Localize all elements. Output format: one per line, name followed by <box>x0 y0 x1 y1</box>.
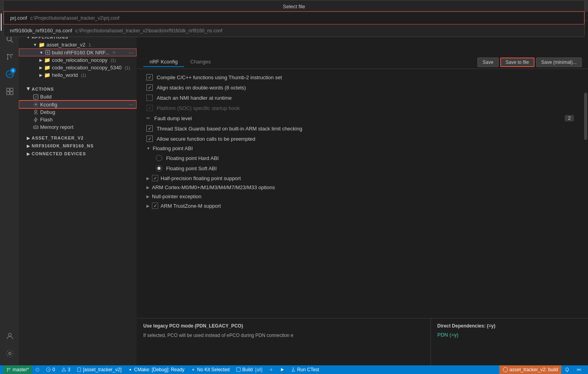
kconfig-item-nmi[interactable]: Attach an NMI handler at runtime <box>137 93 583 103</box>
tree-code-reloc[interactable]: ▶ 📁 code_relocation_nocopy (1) <box>19 56 137 64</box>
scroll-track[interactable] <box>583 69 588 318</box>
activity-extensions[interactable] <box>1 83 18 100</box>
status-bar: master* ✕ 0 3 [asset_tracker_v2] CMake: … <box>0 365 588 374</box>
nrf9160-label: NRF9160DK_NRF9160_NS <box>32 143 94 148</box>
tab-changes[interactable]: Changes <box>184 57 217 67</box>
status-branch[interactable]: master* <box>3 365 32 374</box>
tree-asset-tracker[interactable]: ▼ 📁 asset_tracker_v2 1 <box>19 41 137 48</box>
check-align[interactable]: ✓ <box>146 84 153 91</box>
section-actions[interactable]: ▶ ACTIONS <box>19 85 137 93</box>
build-icon <box>45 50 50 55</box>
section-asset-v2[interactable]: ▶ ASSET_TRACKER_V2 <box>19 134 137 142</box>
chevron-reloc5340: ▶ <box>39 65 43 70</box>
kconfig-item-thumb2[interactable]: ✓ Compile C/C++ functions using Thumb-2 … <box>137 72 583 82</box>
settings-status-icon <box>269 367 274 372</box>
label-null-ptr: Null-pointer exception <box>152 194 202 199</box>
kconfig-item-align[interactable]: ✓ Align stacks on double-words (8 octets… <box>137 82 583 93</box>
svg-rect-17 <box>10 88 13 91</box>
action-debug-label: Debug <box>40 109 55 115</box>
action-flash-label: Flash <box>40 117 53 123</box>
modal-item-prj[interactable]: prj.conf c:\Project\tutorial\asset_track… <box>137 12 584 24</box>
section-connected[interactable]: ▶ CONNECTED DEVICES <box>19 150 137 158</box>
kconfig-item-fp-soft[interactable]: Floating point Soft ABI <box>137 163 583 173</box>
action-flash[interactable]: Flash <box>19 116 137 123</box>
kconfig-item-fp-hard[interactable]: Floating point Hard ABI <box>137 153 583 163</box>
svg-rect-19 <box>10 92 13 95</box>
status-errors[interactable]: ✕ 0 <box>43 365 58 374</box>
status-no-kit[interactable]: No Kit Selected <box>188 365 233 374</box>
kconfig-group-cortex[interactable]: ▶ ARM Cortex-M0/M0+/M1/M3/M4/M7/M23/M33 … <box>137 183 583 192</box>
scroll-thumb[interactable] <box>584 93 587 140</box>
check-trustzone[interactable]: ✓ <box>152 203 158 209</box>
tree-build-item[interactable]: ▼ build nRF9160 DK NRF... ··· <box>19 48 137 56</box>
status-sync[interactable] <box>32 365 43 374</box>
asset-tracker-badge: 1 <box>89 43 91 47</box>
label-secure: Allow secure function calls to be preemp… <box>157 136 574 142</box>
save-btn[interactable]: Save <box>477 58 498 67</box>
tab-nrf-kconfig[interactable]: nRF Kconfig <box>143 57 184 67</box>
check-thread-guard[interactable]: ✓ <box>146 125 153 132</box>
kconfig-list: ✓ Compile C/C++ functions using Thumb-2 … <box>137 69 583 318</box>
svg-point-40 <box>270 369 272 370</box>
panel-direct-deps: Direct Dependencies: (=y) PDN (=y) <box>431 318 588 365</box>
build-more-btn[interactable]: ··· <box>129 49 133 56</box>
sync-icon <box>35 367 40 372</box>
status-run-arrow[interactable] <box>277 365 288 374</box>
check-secure[interactable]: ✓ <box>146 136 153 142</box>
svg-point-20 <box>8 333 11 336</box>
status-build-tag[interactable]: asset_tracker_v2: build <box>499 365 561 374</box>
status-run-ctest[interactable]: Run CTest <box>288 365 322 374</box>
asset-v2-label: ASSET_TRACKER_V2 <box>32 136 84 140</box>
check-thumb2[interactable]: ✓ <box>146 74 153 80</box>
status-build[interactable]: Build [all] <box>233 365 266 374</box>
kconfig-panel: nRF Kconfig Changes Save Save to file Sa… <box>137 56 588 365</box>
action-memory[interactable]: Memory report <box>19 123 137 131</box>
build-action-icon <box>33 94 39 100</box>
value-fault[interactable]: 2 <box>565 115 574 121</box>
panel-pco-title: Use legacy PCO mode (PDN_LEGACY_PCO) <box>143 323 424 329</box>
branch-label: master* <box>13 367 29 372</box>
bottom-panels: Use legacy PCO mode (PDN_LEGACY_PCO) If … <box>137 318 588 365</box>
action-kconfig[interactable]: Kconfig ··· <box>19 100 137 108</box>
kconfig-item-fault[interactable]: ✏ Fault dump level 2 <box>137 113 583 123</box>
status-broadcast[interactable] <box>573 365 585 374</box>
pencil-fault-icon: ✏ <box>146 115 150 121</box>
kconfig-item-startup[interactable]: ✓ Platform (SOC) specific startup hook <box>137 103 583 113</box>
kconfig-more-btn[interactable]: ··· <box>129 101 133 108</box>
check-half-prec[interactable]: ✓ <box>152 175 158 181</box>
main-area: nRF 9 NRF CONNECT ··· ▶ WELCOME ▶ <box>0 12 588 365</box>
status-project[interactable]: [asset_tracker_v2] <box>74 365 125 374</box>
kconfig-group-null-ptr[interactable]: ▶ Null-pointer exception <box>137 192 583 201</box>
kconfig-group-half-prec[interactable]: ▶ ✓ Half-precision floating point suppor… <box>137 173 583 183</box>
tree-code-reloc-5340[interactable]: ▶ 📁 code_relocation_nocopy_5340 (1) <box>19 64 137 71</box>
status-warnings[interactable]: 3 <box>58 365 74 374</box>
activity-bar: nRF 9 <box>0 12 19 365</box>
section-nrf9160[interactable]: ▶ NRF9160DK_NRF9160_NS <box>19 142 137 150</box>
kconfig-group-fp[interactable]: ▼ Floating point ABI <box>137 144 583 153</box>
activity-account[interactable] <box>1 327 18 345</box>
radio-fp-hard[interactable] <box>156 155 162 161</box>
save-to-file-btn[interactable]: Save to file <box>500 58 534 67</box>
nrf-icon <box>503 367 508 372</box>
check-nmi[interactable] <box>146 95 153 101</box>
activity-source-control[interactable] <box>1 48 18 65</box>
status-bell[interactable] <box>561 365 573 374</box>
svg-point-29 <box>7 370 8 371</box>
status-cmake[interactable]: CMake: [Debug]: Ready <box>125 365 188 374</box>
file-icon <box>77 367 81 372</box>
sidebar: NRF CONNECT ··· ▶ WELCOME ▶ APPLICATIONS… <box>19 12 137 365</box>
kconfig-item-thread-guard[interactable]: ✓ Thread Stack Guards based on built-in … <box>137 123 583 134</box>
action-build[interactable]: Build <box>19 93 137 100</box>
activity-settings[interactable] <box>1 345 18 362</box>
save-minimal-btn[interactable]: Save (minimal)... <box>536 58 582 67</box>
modal-item-conf[interactable]: nrf9160dk_nrf9160_ns.conf c:\Project\tut… <box>137 24 584 37</box>
activity-nrf[interactable]: nRF 9 <box>1 65 18 83</box>
panel-pco-mode: Use legacy PCO mode (PDN_LEGACY_PCO) If … <box>137 318 431 365</box>
kconfig-item-secure[interactable]: ✓ Allow secure function calls to be pree… <box>137 134 583 144</box>
kconfig-group-trustzone[interactable]: ▶ ✓ ARM TrustZone-M support <box>137 201 583 210</box>
svg-point-11 <box>7 58 9 60</box>
radio-fp-soft[interactable] <box>156 165 162 171</box>
action-debug[interactable]: Debug <box>19 108 137 116</box>
status-build-settings[interactable] <box>266 365 277 374</box>
tree-hello-world[interactable]: ▶ 📁 hello_world (1) <box>19 71 137 79</box>
